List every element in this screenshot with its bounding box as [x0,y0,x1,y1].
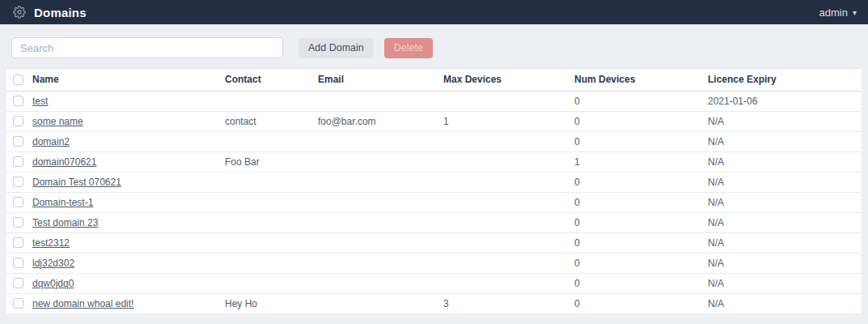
cell-email [313,212,438,232]
page-brand: Domains [13,6,87,19]
cell-licence-expiry: N/A [703,273,862,293]
domain-link[interactable]: Domain Test 070621 [32,177,121,188]
table-row: test02021-01-06 [6,91,862,111]
cell-contact: contact [220,111,313,131]
cell-num-devices: 0 [569,212,703,232]
table-row: Domain-test-10N/A [6,192,862,212]
domain-link[interactable]: domain070621 [32,156,96,168]
chevron-down-icon: ▾ [853,8,857,17]
cell-max-devices [438,232,569,253]
domains-table-card: Name Contact Email Max Devices Num Devic… [6,68,862,314]
row-checkbox[interactable] [13,96,23,106]
cell-licence-expiry: N/A [703,151,862,172]
row-checkbox[interactable] [13,197,23,207]
domain-link[interactable]: test2312 [32,237,70,249]
domain-link[interactable]: test [32,96,48,107]
cell-max-devices [438,212,569,232]
row-checkbox[interactable] [13,177,23,187]
cell-num-devices: 0 [569,293,703,313]
cell-licence-expiry: N/A [703,253,862,273]
table-row: domain070621Foo Bar1N/A [6,151,862,172]
domain-link[interactable]: Domain-test-1 [32,197,93,208]
delete-button[interactable]: Delete [384,38,433,58]
cell-licence-expiry: N/A [703,131,862,151]
cell-licence-expiry: N/A [703,172,862,192]
cell-email [313,172,438,192]
domain-link[interactable]: ldj32d302 [32,258,74,269]
cell-email [313,131,438,151]
cell-email [313,91,438,111]
table-row: test23120N/A [6,232,862,253]
domain-link[interactable]: dqw0jdq0 [32,278,74,289]
top-navbar: Domains admin ▾ [0,0,868,24]
cell-contact [220,212,313,232]
cell-num-devices: 0 [569,91,703,111]
domain-link[interactable]: Test domain 23 [32,217,98,228]
table-row: Test domain 230N/A [6,212,862,232]
row-checkbox[interactable] [13,278,23,288]
cell-max-devices [438,151,569,172]
column-header-max-devices: Max Devices [438,69,569,91]
cell-contact [220,253,313,273]
cell-email [313,192,438,212]
cell-max-devices [438,91,569,111]
domain-link[interactable]: new domain whoal edit! [32,298,133,309]
row-checkbox[interactable] [13,237,23,248]
add-domain-button[interactable]: Add Domain [299,38,374,58]
cell-num-devices: 0 [569,253,703,273]
cell-contact: Foo Bar [220,151,313,172]
search-input[interactable] [11,37,283,58]
cell-num-devices: 0 [569,172,703,192]
column-header-num-devices: Num Devices [569,69,703,91]
cell-contact [220,273,313,293]
row-checkbox[interactable] [13,217,23,228]
cell-num-devices: 0 [569,232,703,253]
cell-max-devices: 3 [438,293,569,313]
domain-link[interactable]: some name [32,116,83,127]
gear-icon [13,6,26,19]
column-header-licence-expiry: Licence Expiry [703,69,862,91]
cell-num-devices: 0 [569,273,703,293]
row-checkbox[interactable] [13,156,23,167]
column-header-name: Name [28,69,220,91]
domains-table: Name Contact Email Max Devices Num Devic… [6,69,862,314]
cell-email [313,151,438,172]
cell-num-devices: 1 [569,151,703,172]
cell-contact [220,192,313,212]
table-row: Domain Test 0706210N/A [6,172,862,192]
row-checkbox[interactable] [13,258,23,268]
select-all-checkbox[interactable] [13,75,23,85]
cell-num-devices: 0 [569,192,703,212]
cell-max-devices [438,273,569,293]
user-menu-label: admin [819,6,848,19]
cell-max-devices: 1 [438,111,569,131]
cell-contact: Hey Ho [220,293,313,313]
cell-email [313,273,438,293]
table-row: domain20N/A [6,131,862,151]
table-header-row: Name Contact Email Max Devices Num Devic… [6,69,862,91]
cell-max-devices [438,253,569,273]
cell-contact [220,131,313,151]
cell-licence-expiry: N/A [703,111,862,131]
toolbar: Add Domain Delete [0,24,868,68]
cell-licence-expiry: N/A [703,192,862,212]
cell-max-devices [438,131,569,151]
row-checkbox[interactable] [13,136,23,147]
user-menu[interactable]: admin ▾ [819,6,857,19]
cell-licence-expiry: N/A [703,232,862,253]
cell-licence-expiry: N/A [703,293,862,313]
table-row: dqw0jdq00N/A [6,273,862,293]
table-row: some namecontactfoo@bar.com10N/A [6,111,862,131]
column-header-email: Email [313,69,438,91]
table-row: ldj32d3020N/A [6,253,862,273]
row-checkbox[interactable] [13,116,23,126]
row-checkbox[interactable] [13,298,23,309]
domain-link[interactable]: domain2 [32,136,70,147]
cell-email: foo@bar.com [313,111,438,131]
cell-email [313,293,438,313]
cell-email [313,232,438,253]
column-header-contact: Contact [220,69,313,91]
cell-contact [220,172,313,192]
cell-max-devices [438,192,569,212]
cell-licence-expiry: 2021-01-06 [703,91,862,111]
